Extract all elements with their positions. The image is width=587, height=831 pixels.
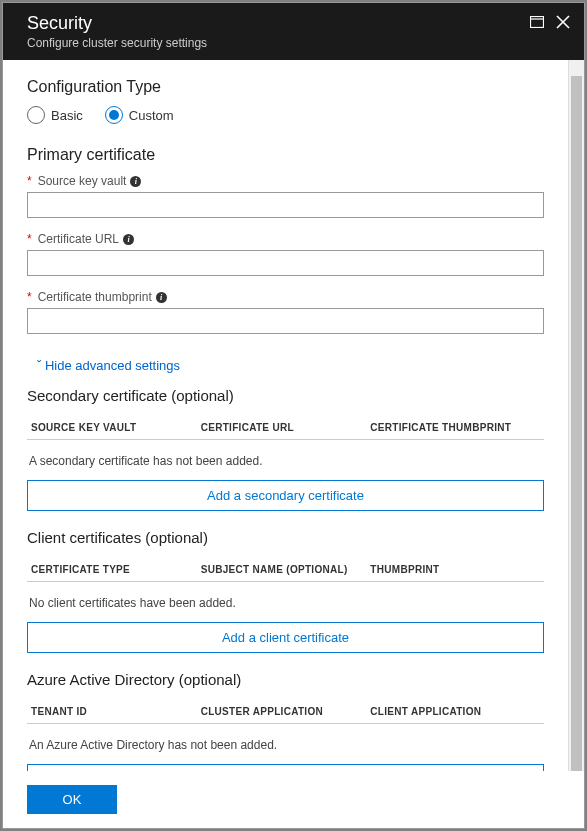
hide-advanced-link[interactable]: ˇ Hide advanced settings [37, 358, 180, 373]
config-type-title: Configuration Type [27, 78, 544, 96]
add-secondary-cert-button[interactable]: Add a secondary certificate [27, 480, 544, 511]
cert-thumbprint-label-text: Certificate thumbprint [38, 290, 152, 304]
aad-title: Azure Active Directory (optional) [27, 671, 544, 688]
info-icon[interactable]: i [130, 176, 141, 187]
cert-url-label: * Certificate URL i [27, 232, 544, 246]
secondary-cert-empty: A secondary certificate has not been add… [27, 440, 544, 480]
secondary-cert-headers: SOURCE KEY VAULT CERTIFICATE URL CERTIFI… [27, 416, 544, 440]
radio-custom-indicator [105, 106, 123, 124]
scrollbar-thumb[interactable] [571, 76, 582, 771]
info-icon[interactable]: i [156, 292, 167, 303]
cert-thumbprint-label: * Certificate thumbprint i [27, 290, 544, 304]
client-certs-headers: CERTIFICATE TYPE SUBJECT NAME (OPTIONAL)… [27, 558, 544, 582]
client-certs-title: Client certificates (optional) [27, 529, 544, 546]
security-blade: Security Configure cluster security sett… [2, 2, 585, 829]
aad-empty: An Azure Active Directory has not been a… [27, 724, 544, 764]
col-source-key-vault: SOURCE KEY VAULT [31, 422, 201, 433]
client-certs-empty: No client certificates have been added. [27, 582, 544, 622]
cert-thumbprint-input[interactable] [27, 308, 544, 334]
cert-url-input[interactable] [27, 250, 544, 276]
radio-basic-label: Basic [51, 108, 83, 123]
ok-button[interactable]: OK [27, 785, 117, 814]
close-icon[interactable] [556, 15, 570, 29]
vertical-scrollbar[interactable] [568, 60, 584, 771]
blade-footer: OK [3, 771, 584, 828]
radio-custom[interactable]: Custom [105, 106, 174, 124]
radio-basic-indicator [27, 106, 45, 124]
cert-url-label-text: Certificate URL [38, 232, 119, 246]
col-cert-thumbprint: CERTIFICATE THUMBPRINT [370, 422, 540, 433]
col-tenant-id: TENANT ID [31, 706, 201, 717]
restore-icon[interactable] [530, 16, 544, 28]
secondary-cert-title: Secondary certificate (optional) [27, 387, 544, 404]
aad-headers: TENANT ID CLUSTER APPLICATION CLIENT APP… [27, 700, 544, 724]
radio-basic[interactable]: Basic [27, 106, 83, 124]
add-aad-button[interactable]: Add an Azure Active Directory [27, 764, 544, 771]
blade-content: Configuration Type Basic Custom Primary … [3, 60, 568, 771]
col-cert-url: CERTIFICATE URL [201, 422, 371, 433]
source-key-vault-input[interactable] [27, 192, 544, 218]
col-cert-type: CERTIFICATE TYPE [31, 564, 201, 575]
page-title: Security [27, 13, 207, 34]
source-key-vault-label: * Source key vault i [27, 174, 544, 188]
radio-custom-label: Custom [129, 108, 174, 123]
config-type-radios: Basic Custom [27, 106, 544, 124]
source-key-vault-label-text: Source key vault [38, 174, 127, 188]
page-subtitle: Configure cluster security settings [27, 36, 207, 50]
svg-rect-0 [531, 17, 544, 28]
col-client-app: CLIENT APPLICATION [370, 706, 540, 717]
info-icon[interactable]: i [123, 234, 134, 245]
blade-header: Security Configure cluster security sett… [3, 3, 584, 60]
col-thumbprint: THUMBPRINT [370, 564, 540, 575]
col-subject-name: SUBJECT NAME (OPTIONAL) [201, 564, 371, 575]
col-cluster-app: CLUSTER APPLICATION [201, 706, 371, 717]
add-client-cert-button[interactable]: Add a client certificate [27, 622, 544, 653]
primary-cert-title: Primary certificate [27, 146, 544, 164]
